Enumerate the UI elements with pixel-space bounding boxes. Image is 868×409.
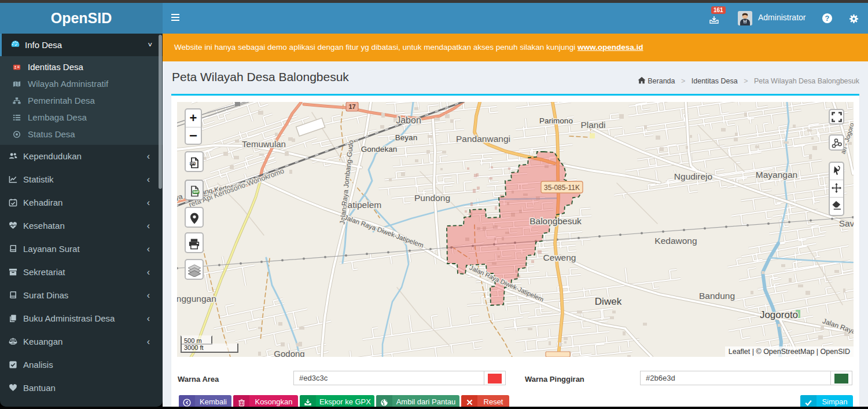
svg-text:Ceweng: Ceweng [543,253,576,262]
svg-text:anggungan: anggungan [177,294,216,304]
svg-text:SHP: SHP [193,191,198,193]
svg-text:Parimono: Parimono [539,116,573,125]
svg-text:Balongbesuk: Balongbesuk [529,216,582,226]
svg-text:Gondekan: Gondekan [361,145,397,154]
svg-text:Pundong: Pundong [414,193,450,203]
svg-text:?: ? [825,14,830,23]
svg-text:Ngudirejo: Ngudirejo [674,171,712,181]
svg-text:Sav: Sav [839,218,854,228]
svg-text:Godong: Godong [274,349,304,357]
svg-text:Diwek: Diwek [595,296,622,307]
svg-text:Beyan: Beyan [395,133,417,142]
svg-text:17: 17 [348,103,355,110]
svg-text:Jogoroto: Jogoroto [760,309,798,320]
svg-text:35-085-11K: 35-085-11K [544,184,580,192]
svg-text:GPX: GPX [190,162,196,165]
svg-text:Jabon: Jabon [396,115,421,125]
svg-text:Kedawong: Kedawong [654,236,697,246]
svg-text:Plandi: Plandi [580,120,605,130]
svg-text:Mayangan: Mayangan [756,170,797,180]
svg-text:Pandanwangi: Pandanwangi [456,134,510,144]
svg-text:Temuwulan: Temuwulan [242,139,286,149]
svg-text:Bandung: Bandung [699,291,735,301]
svg-text:Jatipelem: Jatipelem [343,200,381,210]
